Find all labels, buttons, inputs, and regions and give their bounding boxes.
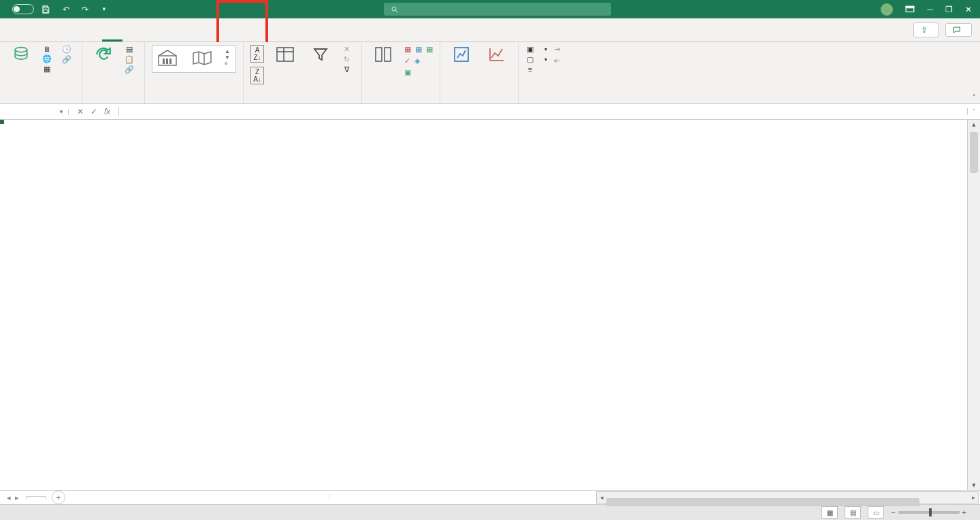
collapse-ribbon-icon[interactable]: ˄: [973, 93, 976, 101]
globe-icon: 🌐: [42, 54, 52, 63]
svg-line-3: [396, 10, 398, 12]
tab-page-layout[interactable]: [61, 18, 82, 42]
user-avatar[interactable]: [881, 3, 893, 16]
svg-rect-10: [169, 59, 172, 64]
show-detail-icon: ⇥: [554, 45, 560, 54]
text-to-columns-button[interactable]: [369, 45, 397, 65]
search-box[interactable]: [384, 3, 611, 16]
scroll-down-icon[interactable]: ▼: [971, 480, 977, 490]
sheet-nav-prev-icon[interactable]: ◂: [7, 493, 11, 502]
from-web-button[interactable]: 🌐: [42, 54, 55, 63]
get-data-icon: [12, 45, 31, 64]
what-if-analysis-button[interactable]: [447, 45, 476, 65]
tab-help[interactable]: [163, 18, 184, 42]
tab-file[interactable]: [0, 18, 20, 42]
ribbon: 🗎 🌐 ▦ 🕓 🔗 ▤ 📋 🔗: [0, 42, 980, 104]
tab-home[interactable]: [20, 18, 41, 42]
scroll-up-icon[interactable]: ▲: [971, 120, 977, 129]
autosave-toggle[interactable]: [8, 4, 34, 14]
properties-icon: 📋: [125, 55, 134, 64]
svg-rect-1: [44, 10, 48, 12]
stocks-type[interactable]: [155, 48, 180, 69]
cancel-formula-icon[interactable]: ✕: [77, 107, 84, 116]
vertical-scrollbar[interactable]: ▲ ▼: [967, 120, 980, 490]
from-table-range-button[interactable]: ▦: [42, 65, 55, 73]
zoom-out-icon[interactable]: −: [891, 508, 895, 516]
svg-rect-8: [163, 59, 165, 64]
formula-bar: ▼ ✕ ✓ fx ˅: [0, 104, 980, 120]
scroll-thumb[interactable]: [970, 132, 978, 173]
fx-icon[interactable]: fx: [104, 107, 110, 116]
undo-icon[interactable]: ↶: [60, 5, 72, 14]
relationships-icon[interactable]: ◈: [414, 56, 420, 65]
tab-data[interactable]: [102, 18, 122, 42]
expand-formula-bar-icon[interactable]: ˅: [967, 108, 980, 115]
queries-connections-button[interactable]: ▤: [125, 45, 137, 54]
sort-az-button[interactable]: AZ↓: [250, 45, 264, 63]
tab-review[interactable]: [122, 18, 143, 42]
text-to-columns-icon: [374, 45, 393, 64]
file-icon: 🗎: [42, 45, 52, 53]
refresh-all-button[interactable]: [89, 45, 118, 65]
share-button[interactable]: ⇪: [913, 22, 938, 37]
data-model-icon[interactable]: ▣: [404, 68, 411, 77]
close-icon[interactable]: ✕: [965, 5, 972, 14]
maximize-icon[interactable]: ❐: [945, 5, 953, 14]
tab-formulas[interactable]: [82, 18, 102, 42]
worksheet-grid[interactable]: ▲ ▼: [0, 120, 980, 490]
sheet-nav-next-icon[interactable]: ▸: [15, 493, 19, 502]
recent-sources-button[interactable]: 🕓: [62, 45, 75, 54]
get-data-button[interactable]: [7, 45, 35, 65]
subtotal-button[interactable]: ≡: [525, 65, 547, 73]
horizontal-scrollbar[interactable]: ◂ ▸: [596, 491, 979, 504]
data-types-gallery[interactable]: ▲▼≡: [152, 45, 236, 73]
ribbon-tabs: ⇪: [0, 18, 980, 42]
remove-dup-icon[interactable]: ▦: [415, 45, 422, 54]
forecast-sheet-button[interactable]: [483, 45, 511, 65]
save-icon[interactable]: [41, 5, 53, 14]
ungroup-button[interactable]: ▢▾: [525, 55, 547, 64]
tab-view[interactable]: [143, 18, 163, 42]
refresh-icon: [94, 45, 113, 64]
tab-insert[interactable]: [41, 18, 61, 42]
view-page-break-button[interactable]: ▭: [868, 506, 884, 519]
sort-button[interactable]: [271, 45, 299, 65]
zoom-control[interactable]: − +: [891, 508, 966, 516]
comments-button[interactable]: [945, 23, 972, 37]
name-box[interactable]: ▼: [0, 109, 69, 115]
recent-icon: 🕓: [62, 45, 71, 54]
properties-button: 📋: [125, 55, 137, 64]
clear-icon: ✕: [342, 45, 351, 54]
hscroll-thumb[interactable]: [606, 498, 919, 506]
sort-icon: [276, 45, 295, 64]
sort-az-icon: AZ↓: [250, 45, 264, 63]
ribbon-display-options-icon[interactable]: [905, 5, 915, 14]
scroll-left-icon[interactable]: ◂: [597, 494, 606, 501]
redo-icon[interactable]: ↷: [79, 5, 91, 14]
qat-more-icon[interactable]: ▼: [98, 6, 110, 12]
consolidate-icon[interactable]: ▦: [426, 45, 433, 54]
flash-fill-icon[interactable]: ▦: [404, 45, 411, 54]
minimize-icon[interactable]: ─: [927, 5, 933, 14]
links-icon: 🔗: [125, 65, 134, 74]
existing-connections-button[interactable]: 🔗: [62, 55, 75, 64]
table-icon: ▦: [42, 65, 52, 73]
forecast-icon: [487, 45, 506, 64]
view-page-layout-button[interactable]: ▤: [845, 506, 861, 519]
enter-formula-icon[interactable]: ✓: [91, 107, 97, 116]
data-validation-icon[interactable]: ✓: [404, 56, 410, 65]
new-sheet-button[interactable]: +: [52, 491, 65, 504]
filter-button[interactable]: [306, 45, 335, 65]
from-text-csv-button[interactable]: 🗎: [42, 45, 55, 53]
filter-advanced-button[interactable]: ∇: [342, 65, 355, 74]
title-bar: ↶ ↷ ▼ ▾ ─ ❐ ✕: [0, 0, 980, 18]
group-button[interactable]: ▣▾: [525, 45, 547, 54]
view-normal-button[interactable]: ▦: [821, 506, 838, 519]
ungroup-icon: ▢: [525, 55, 535, 64]
zoom-in-icon[interactable]: +: [962, 508, 966, 516]
geography-type[interactable]: [190, 48, 214, 69]
sort-za-button[interactable]: ZA↓: [250, 67, 264, 84]
status-bar: ▦ ▤ ▭ − +: [0, 504, 980, 520]
sheet-tab-active[interactable]: [26, 496, 46, 499]
scroll-right-icon[interactable]: ▸: [968, 494, 978, 501]
